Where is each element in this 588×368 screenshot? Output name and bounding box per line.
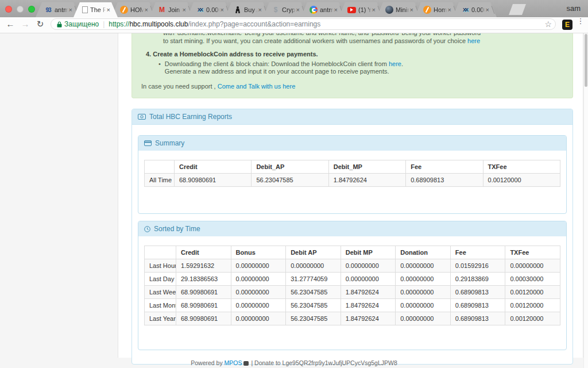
cell: Last Week [145,286,176,299]
tab-close-icon[interactable]: × [410,7,413,13]
tab[interactable]: 0.0000× [187,2,231,17]
tab-title: HomeB [434,6,447,13]
tab-close-icon[interactable]: × [486,7,489,13]
tab-active[interactable]: The Po× [74,2,118,17]
sorted-by-time-table: CreditBonusDebit APDebit MPDonationFeeTX… [144,246,560,325]
tab-title: 0.0000 [471,6,485,13]
column-header [145,246,176,259]
tab-close-icon[interactable]: × [258,7,262,13]
mpos-icon [243,361,249,366]
workers-here-link[interactable]: here [467,37,480,44]
tab-close-icon[interactable]: × [372,7,376,13]
tab[interactable]: antmin× [36,2,80,17]
cell: Last Day [145,273,176,286]
url-path: /index.php?page=account&action=earnings [188,20,320,28]
cell: 1.59291632 [176,259,231,273]
cell: 31.27774059 [286,273,341,286]
tab-title: antmin [55,6,68,13]
tab[interactable]: antmin× [301,2,345,17]
cell: 0.00000000 [396,273,451,286]
minimize-window-button[interactable] [17,6,24,13]
column-header: Fee [450,246,505,259]
tab-close-icon[interactable]: × [69,7,72,13]
cell: 68.90980691 [175,174,252,187]
cell: 0.00120000 [505,286,560,299]
cell: 0.01592916 [450,259,505,273]
tab-title: Buy AS [244,6,258,13]
earnings-report-panel: Total HBC Earning Reports Summary Credit… [131,109,573,365]
tab[interactable]: HOMEI× [111,2,156,17]
page-viewport: with 'username.workername' being your us… [0,33,588,368]
summary-title: Summary [155,139,184,147]
tab-close-icon[interactable]: × [296,7,300,13]
close-window-button[interactable] [5,6,12,13]
cell: 0.00000000 [396,286,451,299]
reload-button[interactable]: ↻ [34,19,46,29]
mpos-link[interactable]: MPOS [225,359,242,366]
tab[interactable]: Crypto× [263,2,307,17]
bookmark-star-icon[interactable]: ☆ [544,20,552,29]
tab-close-icon[interactable]: × [448,7,451,13]
tab[interactable]: 0.0000× [452,2,497,17]
extension-icon[interactable]: E [562,20,572,30]
cell: 68.90980691 [176,312,231,325]
tab-strip: antmin×The Po×HOMEI×Join IC×0.0000×Buy A… [36,2,490,17]
new-tab-button[interactable] [509,4,526,15]
browser-menu-icon[interactable]: ⋮ [577,19,585,23]
cell: 1.84792624 [328,174,405,187]
tab[interactable]: HomeB× [415,2,459,17]
tab[interactable]: Mining× [377,2,421,17]
tab-close-icon[interactable]: × [107,7,110,13]
hbc-favicon-icon [120,6,128,14]
tab-close-icon[interactable]: × [145,7,148,13]
tab[interactable]: Buy AS× [225,2,269,17]
earnings-report-title: Total HBC Earning Reports [149,113,232,121]
fullscreen-window-button[interactable] [28,6,35,13]
vertical-scrollbar[interactable] [583,33,588,368]
summary-panel: Summary CreditDebit_APDebit_MPFeeTXFeeAl… [138,135,567,214]
cell: 0.00000000 [396,312,451,325]
back-button[interactable]: ← [5,19,16,29]
tab-title: Mining [396,6,409,13]
step-4-title: 4. Create a HomeblockCoin address to rec… [140,51,564,58]
cell: 0.29183869 [450,273,505,286]
cell: Last Hour [145,259,176,273]
xx-favicon-icon [196,6,204,14]
gmail-favicon-icon [158,6,166,14]
support-link[interactable]: Come and Talk with us here [218,83,296,90]
url-scheme: https:// [109,20,129,28]
cell: 0.00000000 [286,259,341,273]
card-icon [144,140,152,146]
cell: 68.90980691 [176,286,231,299]
window-controls [5,6,35,13]
tab-close-icon[interactable]: × [183,7,186,13]
client-here-link[interactable]: here [389,60,401,67]
tab-close-icon[interactable]: × [220,7,224,13]
table-row: All Time68.9098069156.230475851.84792624… [145,174,560,187]
donate-address: Lge95QR2frp9y1wJufjUPCycVsg5gLJPW8 [283,359,397,366]
hbc-favicon-icon [423,6,431,14]
tab-title: Join IC [168,6,182,13]
column-header: Bonus [231,246,286,259]
cell: 0.68909813 [450,299,505,312]
tab-title: The Po [90,6,106,13]
worker-instructions-line: to start mining. If you want, you can cr… [140,37,564,45]
person-favicon-icon [234,6,242,14]
scrollbar-thumb[interactable] [585,34,587,87]
forward-button[interactable]: → [20,19,31,29]
sorted-by-time-header: Sorted by Time [138,221,566,236]
column-header: Credit [175,160,252,174]
security-indicator[interactable]: Защищено [57,20,99,28]
tab[interactable]: Join IC× [149,2,194,17]
address-bar[interactable]: Защищено | https://hbc.multipools.club/i… [51,18,556,30]
cell: 0.00000000 [341,259,396,273]
globe-favicon-icon [385,6,393,14]
table-row: Last Hour1.592916320.000000000.000000000… [145,259,560,273]
tab[interactable]: (1) You× [339,2,383,17]
tab-close-icon[interactable]: × [334,7,338,13]
cell: 0.00000000 [231,312,286,325]
cell: 1.84792624 [341,312,396,325]
cell: 0.00000000 [505,259,560,273]
omnibox-separator: | [103,20,105,28]
cell: 0.00120000 [505,299,560,312]
